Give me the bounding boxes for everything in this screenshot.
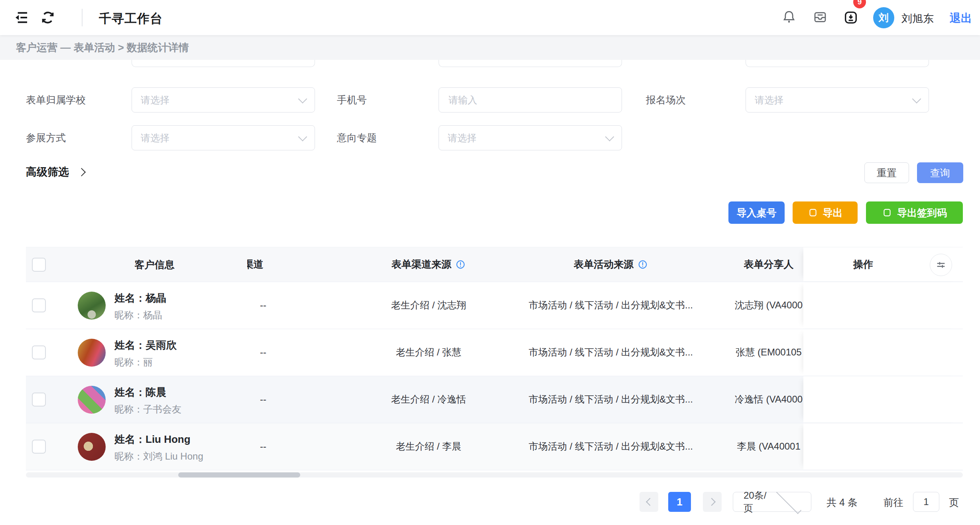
customer-info: 姓名：吴雨欣 昵称：丽 — [114, 338, 177, 369]
column-customer: 客户信息 — [62, 247, 247, 282]
channel-source-cell: 老生介绍 / 张慧 — [396, 329, 461, 375]
operation-cell — [803, 329, 963, 375]
sidebar-collapse-icon[interactable] — [13, 10, 29, 26]
user-name: 刘旭东 — [901, 12, 934, 26]
sharer-cell: 沈志翔 (VA4000 — [735, 282, 803, 328]
goto-page-input[interactable] — [913, 492, 939, 512]
chevron-down-icon — [912, 94, 921, 103]
phone-filter-field[interactable] — [439, 87, 622, 112]
column-settings-button[interactable] — [930, 254, 952, 276]
app-screen: 千寻工作台 9 刘 刘旭东 退出 客户运营 — 表单活动 > 数据统 — [0, 0, 980, 525]
chevron-left-icon — [646, 498, 654, 506]
channel-source-cell: 老生介绍 / 冷逸恬 — [391, 376, 466, 422]
page-unit-label: 页 — [949, 496, 959, 509]
chevron-right-icon — [77, 168, 86, 176]
clipped-select[interactable] — [132, 60, 315, 67]
session-filter-label: 报名场次 — [646, 87, 686, 112]
activity-source-cell: 市场活动 / 线下活动 / 出分规划&文书... — [529, 376, 693, 422]
avatar — [78, 339, 106, 367]
operation-cell — [803, 282, 963, 328]
table-row: 姓名：陈晨 昵称：子书会友 -- 老生介绍 / 冷逸恬 市场活动 / 线下活动 … — [26, 376, 963, 423]
channel-source-cell: 老生介绍 / 李晨 — [396, 423, 461, 470]
topic-filter-label: 意向专题 — [337, 125, 377, 150]
customer-info: 姓名：杨晶 昵称：杨晶 — [114, 291, 166, 322]
divider — [82, 9, 83, 26]
sharer-cell: 张慧 (EM00105 — [736, 329, 801, 375]
top-bar: 千寻工作台 9 刘 刘旭东 退出 — [0, 0, 980, 35]
export-icon — [882, 207, 892, 218]
advanced-filter-toggle[interactable]: 高级筛选 — [26, 165, 85, 179]
row-checkbox[interactable] — [32, 393, 46, 407]
column-settings-icon — [935, 259, 947, 271]
operation-cell — [803, 376, 963, 422]
column-channel-source: 表单渠道来源 — [392, 247, 466, 281]
info-icon[interactable] — [638, 259, 648, 270]
current-page-button[interactable]: 1 — [668, 492, 691, 512]
activity-source-cell: 市场活动 / 线下活动 / 出分规划&文书... — [529, 282, 693, 328]
import-seat-button[interactable]: 导入桌号 — [728, 201, 785, 224]
clipped-select[interactable] — [439, 60, 622, 67]
current-channel-cell: -- — [260, 376, 266, 422]
column-activity-source: 表单活动来源 — [574, 247, 648, 281]
chevron-down-icon — [298, 132, 307, 141]
sharer-cell: 李晨 (VA40001 — [737, 423, 801, 470]
hscrollbar-track — [26, 472, 963, 478]
refresh-icon[interactable] — [40, 10, 56, 26]
chevron-down-icon — [605, 132, 614, 141]
next-page-button[interactable] — [703, 492, 722, 512]
exhibit-filter-select[interactable]: 请选择 — [132, 125, 315, 150]
info-icon[interactable] — [455, 259, 466, 270]
goto-label: 前往 — [884, 496, 903, 509]
inbox-icon[interactable] — [813, 10, 828, 26]
phone-filter-label: 手机号 — [337, 87, 367, 112]
clipped-select[interactable] — [746, 60, 929, 67]
row-checkbox[interactable] — [32, 345, 46, 359]
operation-cell — [803, 423, 963, 470]
breadcrumb: 客户运营 — 表单活动 > 数据统计详情 — [16, 41, 189, 55]
table-row: 姓名：杨晶 昵称：杨晶 -- 老生介绍 / 沈志翔 市场活动 / 线下活动 / … — [26, 282, 963, 329]
chevron-down-icon — [298, 94, 307, 103]
reset-button[interactable]: 重置 — [864, 162, 909, 183]
current-channel-cell: -- — [260, 423, 266, 470]
chevron-right-icon — [708, 498, 716, 506]
export-button[interactable]: 导出 — [793, 201, 858, 224]
hscrollbar-thumb[interactable] — [178, 472, 300, 478]
search-button[interactable]: 查询 — [917, 162, 963, 183]
school-filter-select[interactable]: 请选择 — [132, 87, 315, 112]
table-row: 姓名：Liu Hong 昵称：刘鸿 Liu Hong -- 老生介绍 / 李晨 … — [26, 423, 963, 470]
customer-info: 姓名：Liu Hong 昵称：刘鸿 Liu Hong — [114, 432, 203, 463]
export-checkin-button[interactable]: 导出签到码 — [866, 201, 963, 224]
row-checkbox[interactable] — [32, 440, 46, 454]
school-filter-label: 表单归属学校 — [26, 87, 86, 112]
app-title: 千寻工作台 — [99, 10, 163, 27]
chevron-down-icon — [776, 488, 801, 513]
phone-input[interactable] — [448, 94, 613, 106]
prev-page-button[interactable] — [640, 492, 658, 512]
select-all-checkbox[interactable] — [32, 258, 46, 272]
fixed-left-shadow — [247, 247, 248, 282]
breadcrumb-bar: 客户运营 — 表单活动 > 数据统计详情 — [0, 35, 980, 60]
activity-source-cell: 市场活动 / 线下活动 / 出分规划&文书... — [529, 329, 693, 375]
table-header-row: 客户信息 定当前渠道 表单渠道来源 表单活动来源 表单分享人 — [26, 247, 963, 282]
column-current-channel: 定当前渠道 — [247, 247, 264, 281]
page-size-select[interactable]: 20条/页 — [733, 492, 811, 512]
user-avatar[interactable]: 刘 — [873, 7, 894, 28]
avatar — [78, 386, 106, 414]
download-center-icon[interactable] — [843, 10, 859, 26]
notification-bell-icon[interactable] — [781, 10, 797, 26]
data-table: 客户信息 定当前渠道 表单渠道来源 表单活动来源 表单分享人 — [26, 247, 963, 470]
table-row: 姓名：吴雨欣 昵称：丽 -- 老生介绍 / 张慧 市场活动 / 线下活动 / 出… — [26, 329, 963, 376]
topic-filter-select[interactable]: 请选择 — [439, 125, 622, 150]
scroll-columns: 定当前渠道 表单渠道来源 表单活动来源 表单分享人 — [247, 247, 803, 281]
row-checkbox[interactable] — [32, 298, 46, 312]
sharer-cell: 冷逸恬 (VA4000 — [735, 376, 803, 422]
session-filter-select[interactable]: 请选择 — [746, 87, 929, 112]
notification-badge: 9 — [853, 0, 866, 8]
activity-source-cell: 市场活动 / 线下活动 / 出分规划&文书... — [529, 423, 693, 470]
current-channel-cell: -- — [260, 329, 266, 375]
channel-source-cell: 老生介绍 / 沈志翔 — [391, 282, 466, 328]
avatar — [78, 433, 106, 461]
total-count: 共 4 条 — [827, 496, 858, 509]
logout-link[interactable]: 退出 — [950, 11, 972, 26]
export-icon — [808, 207, 818, 218]
